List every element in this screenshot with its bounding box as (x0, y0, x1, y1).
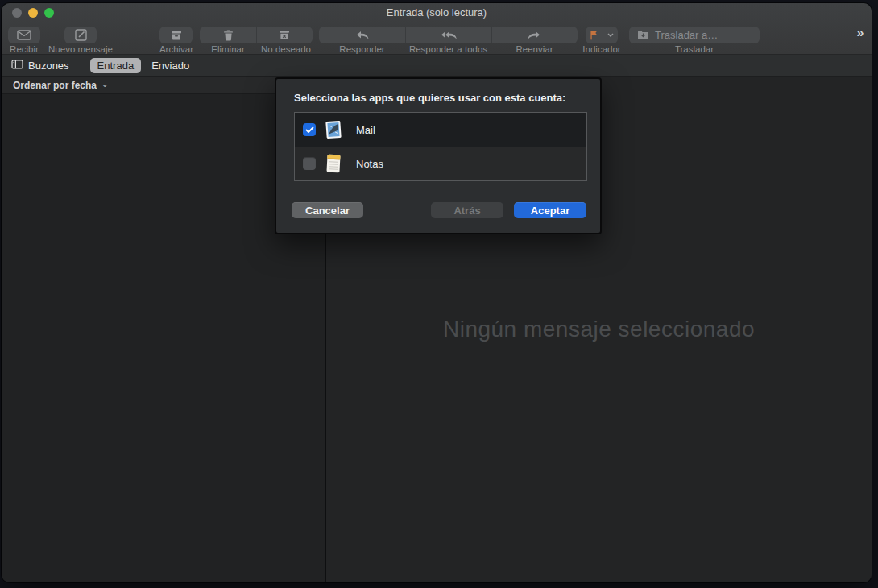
forward-arrow-icon (527, 31, 541, 40)
new-message-button[interactable] (64, 27, 97, 43)
mail-app-icon (323, 119, 344, 140)
envelope-icon (17, 30, 31, 40)
dialog-heading: Selecciona las apps que quieres usar con… (294, 92, 565, 104)
window-title: Entrada (solo lectura) (2, 6, 872, 19)
archive-label: Archivar (151, 44, 201, 55)
flag-icon (590, 30, 598, 40)
reply-button[interactable] (319, 27, 405, 43)
flag-group (586, 27, 618, 43)
flag-label: Indicador (569, 44, 634, 55)
delete-junk-group (200, 27, 313, 43)
app-list: Mail Notas (294, 112, 587, 181)
junk-label: No deseado (256, 44, 316, 55)
mailboxes-toggle[interactable]: Buzones (11, 60, 69, 72)
favorites-item-enviado[interactable]: Enviado (151, 60, 189, 72)
junk-icon (279, 30, 290, 40)
notas-checkbox[interactable] (303, 157, 316, 170)
notes-app-icon (323, 153, 344, 174)
mail-checkbox[interactable] (303, 123, 316, 136)
app-name: Mail (356, 124, 375, 136)
favorites-bar: Buzones Entrada Enviado (2, 55, 872, 77)
delete-button[interactable] (200, 27, 256, 43)
new-message-label: Nuevo mensaje (47, 44, 114, 55)
move-to-folder-icon (637, 30, 649, 40)
cancel-button[interactable]: Cancelar (292, 202, 363, 218)
move-to-button[interactable]: Trasladar a… (629, 27, 760, 43)
toolbar-overflow-icon[interactable]: » (850, 26, 869, 40)
mail-window: Entrada (solo lectura) Recibir Nuevo men… (2, 3, 872, 582)
move-label: Trasladar (629, 44, 760, 55)
accept-button[interactable]: Aceptar (514, 202, 586, 218)
delete-label: Eliminar (200, 44, 256, 55)
junk-button[interactable] (256, 27, 312, 43)
archive-box-icon (171, 30, 182, 40)
no-message-selected-text: Ningún mensaje seleccionado (443, 317, 755, 342)
forward-button[interactable] (491, 27, 576, 43)
app-name: Notas (356, 158, 383, 170)
trash-icon (223, 30, 234, 41)
archive-button[interactable] (159, 27, 193, 43)
favorites-item-entrada[interactable]: Entrada (90, 58, 142, 73)
forward-label: Reenviar (491, 44, 578, 55)
sort-chevron-icon: ⌄ (101, 80, 108, 89)
app-row-mail[interactable]: Mail (295, 113, 586, 147)
chevron-down-icon (607, 33, 614, 37)
reply-group (319, 27, 578, 43)
account-apps-dialog: Selecciona las apps que quieres usar con… (275, 77, 602, 234)
back-button[interactable]: Atrás (431, 202, 503, 218)
app-row-notas[interactable]: Notas (295, 147, 586, 180)
sort-label: Ordenar por fecha (13, 80, 97, 91)
flag-button[interactable] (586, 27, 603, 43)
compose-icon (75, 29, 87, 41)
get-mail-label: Recibir (2, 44, 47, 55)
reply-all-button[interactable] (405, 27, 491, 43)
move-to-button-label: Trasladar a… (655, 29, 718, 41)
reply-label: Responder (319, 44, 405, 55)
get-mail-button[interactable] (8, 27, 40, 43)
flag-menu-button[interactable] (603, 27, 617, 43)
mailboxes-label: Buzones (28, 60, 69, 72)
reply-all-arrow-icon (440, 31, 458, 40)
toolbar: Entrada (solo lectura) Recibir Nuevo men… (2, 3, 872, 55)
reply-arrow-icon (355, 31, 370, 40)
sidebar-icon (11, 60, 23, 72)
reply-all-label: Responder a todos (405, 44, 491, 55)
